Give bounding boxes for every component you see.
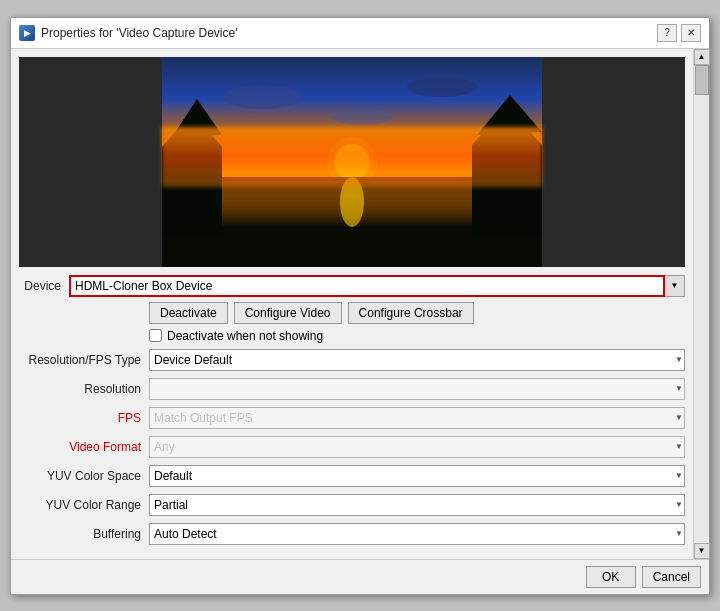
scroll-up-arrow[interactable]: ▲: [694, 49, 710, 65]
resolution-fps-type-select-wrapper: Device Default Custom ▼: [149, 349, 685, 371]
deactivate-checkbox-label: Deactivate when not showing: [167, 329, 323, 343]
fps-control: Match Output FPS ▼: [149, 407, 685, 429]
deactivate-checkbox[interactable]: [149, 329, 162, 342]
yuv-color-range-select-wrapper: Partial Full ▼: [149, 494, 685, 516]
dialog-body: Device ▼ Deactivate Configure Video Conf…: [11, 49, 709, 559]
resolution-fps-type-label: Resolution/FPS Type: [19, 353, 149, 367]
main-content: Device ▼ Deactivate Configure Video Conf…: [11, 49, 693, 559]
video-format-label: Video Format: [19, 440, 149, 454]
dialog-title: Properties for 'Video Capture Device': [41, 26, 657, 40]
yuv-color-space-select[interactable]: Default: [149, 465, 685, 487]
buffering-select[interactable]: Auto Detect: [149, 523, 685, 545]
yuv-color-space-row: YUV Color Space Default ▼: [19, 464, 685, 488]
buffering-select-wrapper: Auto Detect ▼: [149, 523, 685, 545]
help-button[interactable]: ?: [657, 24, 677, 42]
svg-point-13: [407, 77, 477, 97]
buffering-label: Buffering: [19, 527, 149, 541]
cancel-button[interactable]: Cancel: [642, 566, 701, 588]
scroll-track: [694, 65, 709, 543]
device-input[interactable]: [69, 275, 665, 297]
fps-row: FPS Match Output FPS ▼: [19, 406, 685, 430]
resolution-label: Resolution: [19, 382, 149, 396]
device-row: Device ▼: [19, 275, 685, 297]
video-format-select-wrapper: Any ▼: [149, 436, 685, 458]
resolution-row: Resolution ▼: [19, 377, 685, 401]
yuv-color-range-control: Partial Full ▼: [149, 494, 685, 516]
bottom-bar: OK Cancel: [11, 559, 709, 594]
resolution-fps-type-control: Device Default Custom ▼: [149, 349, 685, 371]
yuv-color-range-row: YUV Color Range Partial Full ▼: [19, 493, 685, 517]
resolution-fps-type-select[interactable]: Device Default Custom: [149, 349, 685, 371]
video-format-select[interactable]: Any: [149, 436, 685, 458]
resolution-select-wrapper: ▼: [149, 378, 685, 400]
configure-video-button[interactable]: Configure Video: [234, 302, 342, 324]
video-format-row: Video Format Any ▼: [19, 435, 685, 459]
yuv-color-range-label: YUV Color Range: [19, 498, 149, 512]
yuv-color-space-select-wrapper: Default ▼: [149, 465, 685, 487]
configure-crossbar-button[interactable]: Configure Crossbar: [348, 302, 474, 324]
properties-dialog: ▶ Properties for 'Video Capture Device' …: [10, 17, 710, 595]
yuv-color-space-label: YUV Color Space: [19, 469, 149, 483]
device-dropdown-arrow[interactable]: ▼: [665, 275, 685, 297]
close-button[interactable]: ✕: [681, 24, 701, 42]
dialog-icon: ▶: [19, 25, 35, 41]
device-input-wrapper: ▼: [69, 275, 685, 297]
deactivate-checkbox-row: Deactivate when not showing: [149, 329, 685, 343]
title-bar: ▶ Properties for 'Video Capture Device' …: [11, 18, 709, 49]
svg-rect-9: [472, 145, 542, 237]
scroll-thumb[interactable]: [695, 65, 709, 95]
resolution-select[interactable]: [149, 378, 685, 400]
svg-point-5: [340, 177, 364, 227]
svg-point-2: [327, 137, 377, 187]
yuv-color-space-control: Default ▼: [149, 465, 685, 487]
video-format-control: Any ▼: [149, 436, 685, 458]
video-preview: [19, 57, 685, 267]
svg-point-1: [334, 144, 370, 180]
deactivate-button[interactable]: Deactivate: [149, 302, 228, 324]
resolution-control: ▼: [149, 378, 685, 400]
fps-label: FPS: [19, 411, 149, 425]
resolution-fps-type-row: Resolution/FPS Type Device Default Custo…: [19, 348, 685, 372]
svg-point-12: [222, 85, 302, 109]
svg-point-14: [332, 109, 392, 125]
vertical-scrollbar[interactable]: ▲ ▼: [693, 49, 709, 559]
buffering-control: Auto Detect ▼: [149, 523, 685, 545]
device-label: Device: [19, 279, 69, 293]
ok-button[interactable]: OK: [586, 566, 636, 588]
fps-select[interactable]: Match Output FPS: [149, 407, 685, 429]
buffering-row: Buffering Auto Detect ▼: [19, 522, 685, 546]
yuv-color-range-select[interactable]: Partial Full: [149, 494, 685, 516]
action-buttons: Deactivate Configure Video Configure Cro…: [149, 302, 685, 324]
scroll-down-arrow[interactable]: ▼: [694, 543, 710, 559]
svg-rect-6: [162, 147, 222, 237]
preview-image: [162, 57, 542, 267]
fps-select-wrapper: Match Output FPS ▼: [149, 407, 685, 429]
title-bar-controls: ? ✕: [657, 24, 701, 42]
